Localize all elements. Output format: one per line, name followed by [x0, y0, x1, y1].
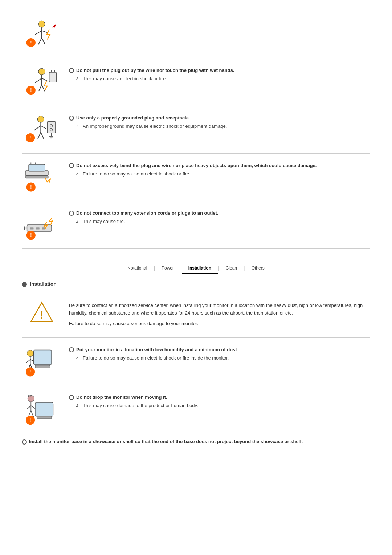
safety-title-extension: Do not connect too many extension cords …	[69, 210, 370, 216]
install-bullet-icon-drop	[69, 395, 74, 400]
tab-notational[interactable]: Notational	[121, 263, 154, 274]
warning-text-2: Failure to do so may cause a serious dam…	[69, 320, 370, 328]
sub-text-ground: An improper ground may cause electric sh…	[83, 123, 227, 129]
svg-line-22	[41, 126, 46, 129]
sub-text-plug-wet: This may cause an electric shock or fire…	[83, 76, 167, 81]
bottom-note-text: Install the monitor base in a showcase o…	[29, 439, 303, 444]
safety-item-ground: ! Use only a properly grounded plug and …	[22, 106, 370, 154]
content-area-bend: Do not excessively bend the plug and wir…	[69, 161, 370, 177]
sub-item-ground: z An improper ground may cause electric …	[76, 123, 370, 129]
svg-text:!: !	[40, 309, 44, 321]
svg-rect-52	[35, 365, 50, 368]
svg-line-65	[27, 406, 31, 409]
section-header-installation: Installation	[22, 281, 370, 287]
svg-point-0	[38, 21, 45, 27]
install-z-marker-drop: z	[76, 403, 81, 408]
install-sub-text-drop: This may cause damage to the product or …	[83, 403, 198, 408]
safety-item-plug-wet: ! Do not pull the plug out by the wire n…	[22, 58, 370, 106]
illus-area-ground: !	[22, 113, 69, 146]
svg-rect-42	[30, 227, 34, 229]
install-title-text-humidity: Put your monitor in a location with low …	[76, 347, 238, 352]
svg-line-11	[42, 78, 48, 81]
install-z-marker-humidity: z	[76, 355, 81, 360]
svg-rect-43	[36, 227, 40, 229]
sub-item-bend: z Failure to do so may cause an electric…	[76, 171, 370, 177]
bullet-icon-plug-wet	[69, 68, 74, 73]
svg-text:!: !	[30, 40, 32, 45]
svg-rect-62	[37, 416, 52, 419]
tab-power[interactable]: Power	[155, 263, 180, 274]
illus-plug-shock-icon: !	[24, 18, 60, 51]
install-bullet-icon-humidity	[69, 347, 74, 352]
tab-installation[interactable]: Installation	[182, 263, 218, 274]
safety-title-ground: Use only a properly grounded plug and re…	[69, 115, 370, 121]
warning-text-1: Be sure to contact an authorized service…	[69, 302, 370, 317]
svg-line-55	[26, 360, 30, 363]
section-title: Installation	[30, 281, 57, 287]
z-marker-ground: z	[76, 123, 81, 129]
title-text-ground: Use only a properly grounded plug and re…	[76, 115, 190, 121]
bullet-icon-bend	[69, 163, 74, 168]
svg-line-24	[41, 132, 44, 139]
bottom-note-bullet-icon	[22, 439, 27, 445]
svg-rect-61	[35, 402, 53, 416]
safety-title-bend: Do not excessively bend the plug and wir…	[69, 163, 370, 168]
svg-rect-14	[49, 72, 57, 82]
svg-point-53	[27, 350, 34, 357]
top-safety-list: ! Do not pull the plug out by the wire n…	[22, 58, 370, 249]
bullet-icon-ground	[69, 116, 74, 121]
bullet-icon-extension	[69, 211, 74, 216]
svg-line-10	[35, 78, 42, 83]
install-warning-block: ! Be sure to contact an authorized servi…	[22, 293, 370, 338]
svg-rect-51	[34, 350, 52, 365]
install-item-drop: HAT ! Do not drop the monitor when movin…	[22, 385, 370, 433]
section-bullet-icon	[22, 282, 27, 287]
svg-text:!: !	[29, 369, 31, 375]
illus-area-bend: !	[22, 161, 69, 194]
sub-item-plug-wet: z This may cause an electric shock or fi…	[76, 76, 370, 81]
bottom-note: Install the monitor base in a showcase o…	[22, 433, 370, 450]
install-title-drop: Do not drop the monitor when moving it.	[69, 394, 370, 400]
svg-rect-36	[29, 164, 45, 171]
install-illus-area-humidity: !	[22, 345, 69, 378]
content-area-plug-wet: Do not pull the plug out by the wire nor…	[69, 66, 370, 81]
install-content-area-drop: Do not drop the monitor when moving it. …	[69, 393, 370, 408]
install-sub-item-drop: z This may cause damage to the product o…	[76, 403, 370, 408]
illus-area-0: !	[22, 18, 69, 51]
title-text-bend: Do not excessively bend the plug and wir…	[76, 163, 317, 168]
install-items-list: ! Put your monitor in a location with lo…	[22, 338, 370, 433]
sub-text-bend: Failure to do so may cause an electric s…	[83, 171, 191, 177]
install-illus-area-drop: HAT !	[22, 393, 69, 425]
safety-item-extension: ! Do not connect too many extension cord…	[22, 201, 370, 249]
svg-point-19	[37, 116, 44, 122]
safety-item-0: !	[22, 11, 370, 58]
nav-tabs: Notational|Power|Installation|Clean|Othe…	[121, 263, 271, 274]
svg-rect-44	[42, 227, 45, 229]
tab-others[interactable]: Others	[245, 263, 271, 274]
nav-tabs-container: Notational|Power|Installation|Clean|Othe…	[22, 263, 370, 274]
safety-title-plug-wet: Do not pull the plug out by the wire nor…	[69, 68, 370, 73]
illus-area-plug-wet: !	[22, 66, 69, 98]
svg-point-8	[38, 68, 45, 75]
page-container: ! ! Do n	[0, 0, 392, 461]
content-area-extension: Do not connect too many extension cords …	[69, 208, 370, 224]
install-sub-text-humidity: Failure to do so may cause an electric s…	[83, 355, 229, 361]
sub-text-extension: This may cause fire.	[83, 219, 125, 224]
sub-item-extension: z This may cause fire.	[76, 219, 370, 224]
svg-rect-35	[25, 176, 48, 178]
svg-text:!: !	[30, 184, 32, 190]
tab-clean[interactable]: Clean	[219, 263, 244, 274]
install-title-text-drop: Do not drop the monitor when moving it.	[76, 394, 167, 400]
svg-text:HAT: HAT	[28, 394, 34, 397]
z-marker-bend: z	[76, 171, 81, 176]
svg-text:!: !	[30, 232, 32, 238]
content-area-0	[69, 18, 370, 20]
z-marker-plug-wet: z	[76, 76, 81, 81]
svg-line-66	[31, 406, 35, 408]
title-text-extension: Do not connect too many extension cords …	[76, 210, 218, 216]
install-title-humidity: Put your monitor in a location with low …	[69, 347, 370, 352]
svg-line-21	[34, 126, 41, 130]
svg-text:!: !	[29, 135, 31, 141]
svg-line-23	[38, 132, 41, 139]
z-marker-extension: z	[76, 219, 81, 224]
